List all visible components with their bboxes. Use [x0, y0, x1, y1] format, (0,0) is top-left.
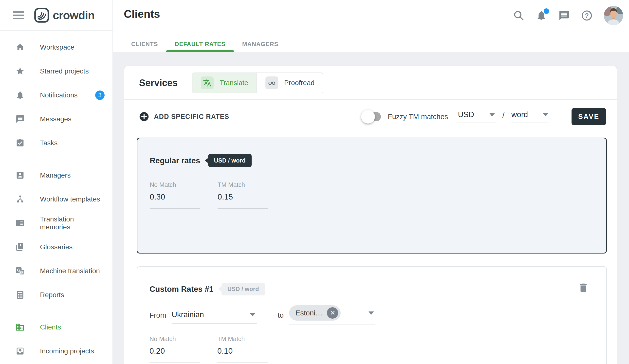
sidebar-item-label: Workflow templates [40, 195, 100, 203]
add-specific-rates-button[interactable]: ADD SPECIFIC RATES [139, 112, 229, 121]
page-tabs: CLIENTS DEFAULT RATES MANAGERS [123, 36, 287, 52]
field-label: TM Match [217, 335, 268, 343]
tab-default-rates[interactable]: DEFAULT RATES [166, 36, 234, 52]
sidebar-item-messages[interactable]: Messages [0, 107, 113, 131]
person-card-icon [15, 171, 25, 180]
sidebar-item-label: Workspace [40, 43, 74, 51]
service-option-translate[interactable]: Translate [192, 73, 257, 93]
add-specific-rates-label: ADD SPECIFIC RATES [154, 113, 229, 121]
chevron-down-icon [368, 311, 374, 315]
no-match-field[interactable]: No Match 0.30 [150, 181, 200, 209]
page-title: Clients [124, 8, 160, 20]
book-bookmark-icon [15, 243, 25, 251]
target-language-chip[interactable]: Estoni… ✕ [289, 305, 341, 321]
sidebar-header: crowdin [0, 0, 113, 31]
no-match-rate-input[interactable]: 0.30 [150, 192, 200, 202]
sidebar-item-clients[interactable]: Clients [0, 315, 113, 339]
sidebar-item-machine-translation[interactable]: G 文 Machine translation [0, 259, 113, 283]
toggle-knob [361, 110, 375, 123]
sidebar-item-label: Machine translation [40, 267, 100, 275]
hamburger-menu-icon[interactable] [13, 11, 24, 19]
messages-chat-icon[interactable] [558, 10, 570, 21]
app-root: crowdin Workspace Starred projects Notif… [0, 0, 629, 364]
remove-language-icon[interactable]: ✕ [327, 307, 338, 319]
sidebar-item-reports[interactable]: Reports [0, 283, 113, 307]
sidebar-item-label: Managers [40, 171, 71, 179]
glasses-icon [265, 76, 278, 89]
sidebar-item-label: Notifications [40, 91, 78, 99]
bell-icon [15, 91, 25, 100]
currency-select[interactable]: USD [457, 110, 496, 123]
delete-card-button[interactable] [578, 282, 589, 293]
sidebar-item-glossaries[interactable]: Glossaries [0, 235, 113, 259]
user-avatar[interactable] [604, 6, 623, 25]
topbar-icons: ? [513, 5, 623, 26]
save-button[interactable]: SAVE [572, 108, 606, 125]
sidebar-item-managers[interactable]: Managers [0, 163, 113, 187]
sidebar-item-label: Messages [40, 115, 72, 123]
sidebar-item-notifications[interactable]: Notifications 3 [0, 83, 113, 107]
trash-icon [578, 282, 589, 293]
sidebar-item-workflow-templates[interactable]: Workflow templates [0, 187, 113, 211]
tm-match-rate-input[interactable]: 0.10 [217, 347, 268, 356]
custom-rates-title: Custom Rates #1 [150, 285, 214, 294]
tm-match-rate-input[interactable]: 0.15 [218, 192, 268, 202]
calculator-icon [15, 290, 25, 299]
crowdin-logo-icon [34, 8, 49, 23]
target-language-select[interactable]: Estoni… ✕ [289, 305, 375, 325]
logo-wordmark: crowdin [53, 9, 94, 22]
sidebar-item-incoming-projects[interactable]: Incoming projects [0, 339, 113, 363]
sidebar-item-starred-projects[interactable]: Starred projects [0, 59, 113, 83]
field-label: No Match [150, 181, 200, 188]
unit-select[interactable]: word [511, 110, 549, 123]
notifications-count-badge: 3 [95, 91, 105, 100]
custom-rates-card[interactable]: Custom Rates #1 USD / word From Ukrainia… [137, 266, 607, 364]
svg-text:?: ? [585, 12, 589, 19]
regular-rates-card[interactable]: Regular rates USD / word No Match 0.30 T… [137, 138, 607, 253]
tab-clients[interactable]: CLIENTS [123, 36, 166, 52]
field-label: TM Match [218, 181, 268, 188]
machine-translate-icon: G 文 [15, 266, 25, 275]
default-rates-panel: Services Translate [124, 66, 617, 364]
search-icon[interactable] [513, 10, 524, 21]
rates-fields-row: No Match 0.20 TM Match 0.10 [150, 335, 597, 363]
sidebar-item-label: Translation memories [40, 215, 105, 231]
sidebar-item-label: Glossaries [40, 243, 73, 251]
main-area: Clients CLIENTS DEFAULT RATES MANAGERS [113, 0, 629, 364]
sidebar-item-label: Tasks [40, 139, 58, 147]
no-match-rate-input[interactable]: 0.20 [150, 347, 200, 356]
chevron-down-icon [489, 113, 495, 117]
no-match-field[interactable]: No Match 0.20 [150, 335, 200, 363]
unread-notification-dot [544, 8, 549, 14]
crowdin-logo[interactable]: crowdin [34, 8, 94, 23]
home-icon [15, 43, 25, 52]
help-icon[interactable]: ? [581, 10, 593, 21]
service-option-proofread[interactable]: Proofread [257, 73, 323, 93]
unit-badge: USD / word [208, 154, 252, 167]
currency-value: USD [458, 110, 474, 119]
chat-bubble-icon [15, 115, 25, 123]
target-language-chip-label: Estoni… [296, 309, 323, 317]
sidebar-item-tasks[interactable]: Tasks [0, 131, 113, 155]
sidebar-item-label: Incoming projects [40, 347, 94, 355]
notifications-bell-icon[interactable] [536, 10, 547, 21]
source-language-value: Ukrainian [172, 310, 204, 319]
regular-rates-title: Regular rates [150, 156, 200, 165]
source-language-select[interactable]: Ukrainian [172, 307, 257, 324]
from-label: From [150, 311, 166, 319]
unit-badge: USD / word [221, 283, 265, 295]
tm-match-field[interactable]: TM Match 0.10 [217, 335, 268, 363]
fuzzy-tm-toggle[interactable] [363, 112, 381, 121]
sidebar-nav: Workspace Starred projects Notifications… [0, 31, 113, 364]
sidebar-item-label: Clients [40, 323, 61, 331]
service-type-switcher: Translate Proofread [192, 73, 323, 93]
sidebar-item-translation-memories[interactable]: Translation memories [0, 211, 113, 235]
sidebar-divider [12, 159, 101, 159]
building-icon [15, 323, 25, 332]
sidebar-divider [12, 311, 101, 311]
tm-match-field[interactable]: TM Match 0.15 [218, 181, 268, 209]
sidebar-item-workspace[interactable]: Workspace [0, 35, 113, 59]
tab-managers[interactable]: MANAGERS [234, 36, 287, 52]
sidebar-item-label: Reports [40, 291, 64, 299]
top-bar: Clients CLIENTS DEFAULT RATES MANAGERS [113, 0, 629, 52]
